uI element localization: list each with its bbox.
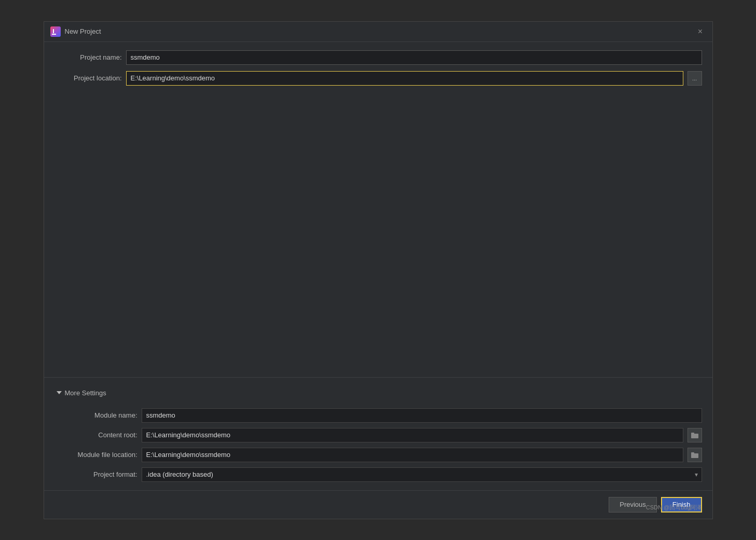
title-bar: New Project × [44,22,712,42]
module-name-label: Module name: [54,411,138,419]
svg-rect-4 [691,433,694,434]
module-name-row: Module name: [54,408,702,423]
project-format-select[interactable]: .idea (directory based) .ipr (file based… [142,467,702,482]
previous-button[interactable]: Previous [609,497,657,513]
content-area: Project name: Project location: ... [44,42,712,377]
app-icon [50,26,61,37]
more-settings-label: More Settings [65,389,106,397]
new-project-dialog: New Project × Project name: Project loca… [44,21,713,519]
more-settings-content-area: More Settings Module name: Content root: [44,382,712,490]
project-location-row: Project location: ... [54,71,702,86]
more-settings-expanded: Module name: Content root: [54,404,702,486]
project-format-label: Project format: [54,470,138,478]
module-file-location-input[interactable] [142,448,683,462]
project-name-row: Project name: [54,50,702,65]
svg-rect-1 [52,34,56,35]
more-settings-section: More Settings Module name: Content root: [44,377,712,490]
svg-rect-3 [691,434,698,438]
svg-rect-5 [691,453,698,458]
finish-button[interactable]: Finish [661,497,702,513]
title-bar-left: New Project [50,26,101,37]
dialog-title: New Project [65,27,101,35]
svg-rect-0 [50,26,61,37]
more-settings-header[interactable]: More Settings [54,386,702,400]
content-root-label: Content root: [54,431,138,439]
project-name-label: Project name: [54,53,122,61]
project-location-label: Project location: [54,74,122,82]
project-location-input[interactable] [126,71,683,86]
expand-triangle-icon [57,391,62,394]
close-button[interactable]: × [695,26,706,37]
content-root-input[interactable] [142,428,683,442]
module-name-input[interactable] [142,408,702,423]
svg-rect-6 [691,452,694,454]
project-format-select-wrapper: .idea (directory based) .ipr (file based… [142,467,702,482]
module-file-location-label: Module file location: [54,451,138,459]
project-format-row: Project format: .idea (directory based) … [54,467,702,482]
module-file-location-browse-button[interactable] [688,448,702,462]
svg-rect-2 [53,29,54,33]
content-root-browse-button[interactable] [688,428,702,442]
content-root-row: Content root: [54,428,702,442]
module-file-location-row: Module file location: [54,448,702,462]
folder-icon [691,432,698,438]
project-location-browse-button[interactable]: ... [688,71,702,86]
project-name-input[interactable] [126,50,702,65]
folder-icon-2 [691,452,698,458]
footer-area: Previous Finish [44,490,712,519]
